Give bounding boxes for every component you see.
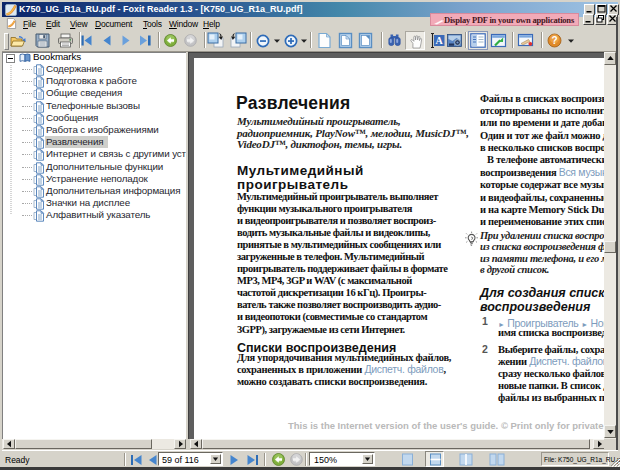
- svg-text:?: ?: [551, 35, 557, 46]
- svg-text:A: A: [436, 35, 444, 46]
